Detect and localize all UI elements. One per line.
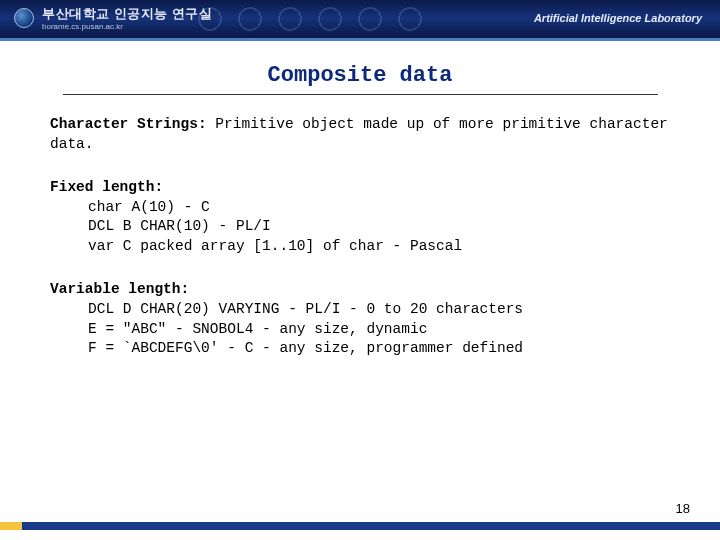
fixed-line-2: DCL B CHAR(10) - PL/I xyxy=(50,217,670,237)
variable-length-block: Variable length: DCL D CHAR(20) VARYING … xyxy=(50,280,670,358)
page-number: 18 xyxy=(676,501,690,516)
variable-line-3: F = `ABCDEFG\0' - C - any size, programm… xyxy=(50,339,670,359)
intro-label: Character Strings: xyxy=(50,116,207,132)
header-right-label: Artificial Intelligence Laboratory xyxy=(534,12,702,24)
header-pattern xyxy=(190,0,450,38)
fixed-length-block: Fixed length: char A(10) - C DCL B CHAR(… xyxy=(50,178,670,256)
fixed-line-1: char A(10) - C xyxy=(50,198,670,218)
org-name: 부산대학교 인공지능 연구실 xyxy=(42,5,212,23)
variable-line-1: DCL D CHAR(20) VARYING - PL/I - 0 to 20 … xyxy=(50,300,670,320)
fixed-heading: Fixed length: xyxy=(50,178,670,198)
logo-block: 부산대학교 인공지능 연구실 borame.cs.pusan.ac.kr xyxy=(0,5,212,31)
variable-line-2: E = "ABC" - SNOBOL4 - any size, dynamic xyxy=(50,320,670,340)
variable-heading: Variable length: xyxy=(50,280,670,300)
header-bar: 부산대학교 인공지능 연구실 borame.cs.pusan.ac.kr Art… xyxy=(0,0,720,38)
university-logo-icon xyxy=(14,8,34,28)
org-url: borame.cs.pusan.ac.kr xyxy=(42,22,212,31)
title-underline xyxy=(63,94,658,95)
intro-block: Character Strings: Primitive object made… xyxy=(50,115,670,154)
fixed-line-3: var C packed array [1..10] of char - Pas… xyxy=(50,237,670,257)
slide-content: Character Strings: Primitive object made… xyxy=(0,115,720,359)
slide-title: Composite data xyxy=(0,41,720,94)
footer-bar xyxy=(0,522,720,530)
